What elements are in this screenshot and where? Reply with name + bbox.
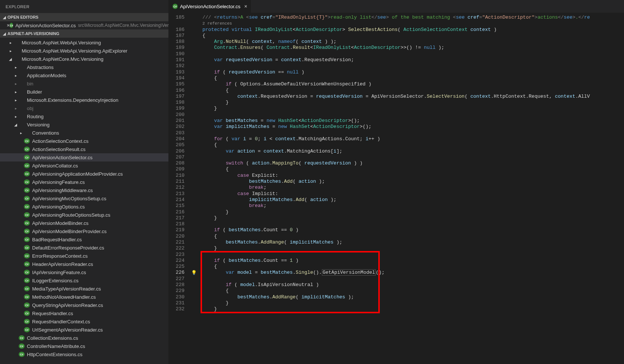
csharp-file-icon [24, 237, 30, 242]
tree-file[interactable]: MethodNotAllowedHandler.cs [0, 293, 168, 301]
close-icon[interactable]: × [7, 22, 10, 28]
line-number: 224 [169, 258, 184, 264]
line-number: 219 [169, 227, 184, 233]
chevron-right-icon: ▸ [13, 98, 18, 102]
tree-item-label: Builder [27, 89, 42, 95]
tree-item-label: MethodNotAllowedHandler.cs [32, 294, 96, 300]
line-number: 208 [169, 160, 184, 166]
tree-item-label: RequestHandler.cs [32, 311, 73, 316]
line-number: 198 [169, 100, 184, 106]
tree-folder[interactable]: ▸ApplicationModels [0, 71, 168, 79]
tree-folder[interactable]: ▸Microsoft.AspNet.WebApi.Versioning.ApiE… [0, 47, 168, 55]
tree-file[interactable]: HttpContextExtensions.cs [0, 350, 168, 358]
tree-file[interactable]: ApiVersioningMvcOptionsSetup.cs [0, 194, 168, 203]
tree-file[interactable]: ApiVersionActionSelector.cs [0, 153, 168, 161]
tree-file[interactable]: ActionSelectionResult.cs [0, 145, 168, 153]
tree-file[interactable]: ApiVersioningOptions.cs [0, 203, 168, 211]
tree-file[interactable]: QueryStringApiVersionReader.cs [0, 301, 168, 309]
tree-file[interactable]: RequestHandler.cs [0, 309, 168, 317]
tree-file[interactable]: IApiVersioningFeature.cs [0, 268, 168, 276]
line-number: 201 [169, 118, 184, 124]
line-number: 186 [169, 27, 184, 33]
tree-item-label: BadRequestHandler.cs [32, 237, 82, 242]
open-editors-header[interactable]: ◢ OPEN EDITORS [0, 13, 168, 21]
tree-file[interactable]: DefaultErrorResponseProvider.cs [0, 244, 168, 252]
csharp-file-icon [24, 229, 30, 234]
tree-folder[interactable]: ▸Conventions [0, 129, 168, 137]
tree-file[interactable]: MediaTypeApiVersionReader.cs [0, 285, 168, 293]
tree-file[interactable]: UrlSegmentApiVersionReader.cs [0, 326, 168, 334]
line-number: 209 [169, 166, 184, 172]
tree-file[interactable]: ILoggerExtensions.cs [0, 276, 168, 285]
tree-file[interactable]: ActionSelectionContext.cs [0, 137, 168, 145]
tree-item-label: HeaderApiVersionReader.cs [32, 261, 93, 267]
tree-item-label: obj [27, 106, 33, 111]
file-tree[interactable]: ▸Microsoft.AspNet.WebApi.Versioning▸Micr… [0, 38, 168, 364]
line-number: 213 [169, 191, 184, 197]
tree-item-label: ApiVersioningFeature.cs [32, 179, 85, 185]
tree-folder[interactable]: ▸Routing [0, 112, 168, 120]
tree-item-label: MediaTypeApiVersionReader.cs [32, 286, 101, 292]
line-number: 188 [169, 39, 184, 45]
line-number: 232 [169, 306, 184, 312]
editor-tab[interactable]: ApiVersionActionSelector.cs × [169, 0, 251, 13]
line-number: 227 [169, 276, 184, 282]
tree-item-label: IApiVersioningFeature.cs [32, 270, 86, 275]
tree-item-label: ApiVersioningRouteOptionsSetup.cs [32, 212, 111, 218]
tree-folder[interactable]: ▸Abstractions [0, 63, 168, 71]
line-number: 187 [169, 33, 184, 39]
tree-item-label: DefaultErrorResponseProvider.cs [32, 245, 104, 251]
tree-item-label: ActionSelectionResult.cs [32, 147, 86, 152]
csharp-file-icon [24, 294, 30, 299]
line-number: 206 [169, 148, 184, 154]
tree-item-label: ApiVersioningMvcOptionsSetup.cs [32, 196, 106, 201]
tree-file[interactable]: ApiVersionModelBinderProvider.cs [0, 227, 168, 235]
line-number: 203 [169, 130, 184, 136]
chevron-right-icon: ▸ [13, 106, 18, 110]
tree-item-label: ApiVersionCollator.cs [32, 163, 78, 169]
tree-file[interactable]: ApiVersionCollator.cs [0, 161, 168, 170]
line-number: 220 [169, 233, 184, 239]
tree-file[interactable]: ApiVersioningApplicationModelProvider.cs [0, 170, 168, 178]
tree-item-label: Abstractions [27, 65, 54, 70]
tree-folder[interactable]: ▸Builder [0, 88, 168, 96]
tree-file[interactable]: ErrorResponseContext.cs [0, 252, 168, 260]
line-number: 191 [169, 57, 184, 63]
line-number: 207 [169, 154, 184, 160]
open-editor-item[interactable]: × ApiVersionActionSelector.cs src\Micros… [0, 21, 168, 29]
chevron-down-icon: ◢ [1, 15, 7, 19]
line-number-gutter: 185 186187188189190191192193194195196197… [169, 13, 191, 364]
line-number: 230 [169, 294, 184, 300]
tree-file[interactable]: ControllerNameAttribute.cs [0, 342, 168, 350]
tree-file[interactable]: RequestHandlerContext.cs [0, 317, 168, 326]
tree-file[interactable]: ApiVersioningFeature.cs [0, 178, 168, 186]
tree-file[interactable]: ApiVersioningRouteOptionsSetup.cs [0, 211, 168, 219]
tree-file[interactable]: ApiVersionModelBinder.cs [0, 219, 168, 227]
tree-file[interactable]: CollectionExtensions.cs [0, 334, 168, 342]
tree-file[interactable]: ApiVersioningMiddleware.cs [0, 186, 168, 194]
explorer-title: EXPLORER [0, 0, 168, 13]
csharp-file-icon [24, 220, 30, 226]
line-number: 217 [169, 215, 184, 221]
tree-item-label: Microsoft.AspNet.WebApi.Versioning [22, 40, 101, 46]
tree-file[interactable]: HeaderApiVersionReader.cs [0, 260, 168, 268]
tree-folder[interactable]: ◢Versioning [0, 120, 168, 129]
tree-folder[interactable]: ▸obj [0, 104, 168, 112]
tree-folder[interactable]: ◢Microsoft.AspNetCore.Mvc.Versioning [0, 55, 168, 63]
chevron-down-icon: ◢ [13, 123, 18, 127]
codelens[interactable]: 2 references [202, 21, 624, 26]
csharp-file-icon [24, 155, 30, 160]
code-content[interactable]: /// <returns>A <see cref="IReadOnlyList{… [191, 13, 624, 364]
code-editor[interactable]: 185 186187188189190191192193194195196197… [169, 13, 624, 364]
tree-file[interactable]: BadRequestHandler.cs [0, 235, 168, 244]
tree-item-label: ApiVersionModelBinder.cs [32, 220, 89, 226]
csharp-file-icon [24, 319, 30, 324]
tree-item-label: ApiVersioningApplicationModelProvider.cs [32, 171, 123, 177]
workspace-header[interactable]: ◢ ASPNET-API-VERSIONING [0, 29, 168, 38]
line-number: 205 [169, 142, 184, 148]
tree-folder[interactable]: ▸Microsoft.Extensions.DependencyInjectio… [0, 96, 168, 104]
close-icon[interactable]: × [244, 3, 247, 9]
tree-folder[interactable]: ▸Microsoft.AspNet.WebApi.Versioning [0, 38, 168, 47]
tree-folder[interactable]: ▸bin [0, 79, 168, 88]
explorer-sidebar: EXPLORER ◢ OPEN EDITORS × ApiVersionActi… [0, 0, 169, 364]
